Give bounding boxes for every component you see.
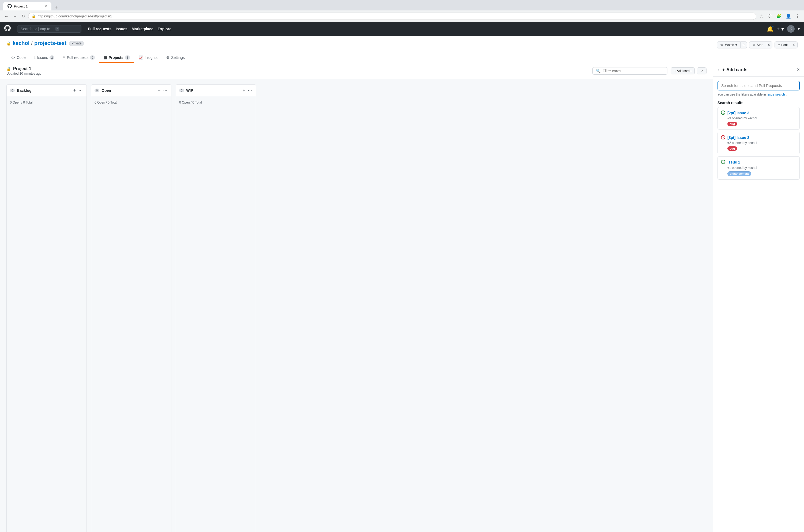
address-bar[interactable]: 🔒 https://github.com/kechol/projects-tes… [28,13,756,20]
kanban-column-backlog: 0 Backlog + ⋯ 0 Open / 0 Total [6,84,87,532]
nav-marketplace[interactable]: Marketplace [132,27,153,31]
lock-icon: 🔒 [32,14,36,18]
panel-search-input[interactable] [717,81,800,91]
column-header-open: 0 Open + ⋯ [91,84,171,96]
issue-2-bug-label: bug [727,146,737,151]
column-count-open: 0 [94,89,99,92]
star-action-group: ☆ Star 0 [749,41,773,49]
notifications-bell[interactable]: 🔔 [767,26,773,32]
address-text: https://github.com/kechol/projects-test/… [37,14,112,18]
create-button[interactable]: + ▾ [777,26,784,32]
tab-issues[interactable]: ℹ Issues 2 [30,53,59,63]
column-title-wip: WIP [186,88,193,93]
menu-icon[interactable]: ⋮ [794,13,801,20]
settings-icon: ⚙ [166,55,169,60]
issue-1-enhancement-label: enhancement [727,171,751,176]
kanban-board: 0 Backlog + ⋯ 0 Open / 0 Total 0 Open [0,79,713,532]
project-title: 🔒 Project 1 [6,66,41,71]
notification-dot [772,25,774,27]
forward-button[interactable]: → [12,13,18,20]
panel-plus-icon: + [722,68,725,72]
project-lock-icon: 🔒 [6,66,11,71]
shield-icon[interactable]: 🛡 [767,13,773,20]
kanban-column-open: 0 Open + ⋯ 0 Open / 0 Total [91,84,171,532]
reload-button[interactable]: ↻ [20,13,26,20]
nav-pull-requests[interactable]: Pull requests [88,27,111,31]
column-header-wip: 0 WIP + ⋯ [176,84,256,96]
column-body-open: 0 Open / 0 Total [91,96,171,532]
star-button[interactable]: ☆ Star [749,41,766,49]
gh-logo[interactable] [4,25,11,33]
fork-icon: ⑂ [778,43,780,47]
issue-1-open-icon: ℹ [721,160,725,164]
issue-card-3[interactable]: ℹ [2pt] Issue 3 #3 opened by kechol bug [717,107,800,130]
column-menu-btn-backlog[interactable]: ⋯ [78,87,83,93]
gh-nav-links: Pull requests Issues Marketplace Explore [88,27,171,31]
project-updated: Updated 10 minutes ago [6,72,41,75]
tab-code[interactable]: <> Code [6,53,30,63]
project-title-area: 🔒 Project 1 Updated 10 minutes ago [6,66,41,75]
panel-header: ‹ + Add cards × [713,63,804,77]
column-body-wip: 0 Open / 0 Total [176,96,256,532]
tab-insights[interactable]: 📈 Insights [134,53,162,63]
panel-back-button[interactable]: ‹ [717,66,720,73]
filter-cards-input[interactable] [603,69,664,73]
column-stats-backlog: 0 Open / 0 Total [9,98,84,107]
project-toolbar: 🔒 Project 1 Updated 10 minutes ago 🔍 + A… [0,63,713,79]
pr-icon: ⑂ [63,55,65,60]
column-add-btn-open[interactable]: + [158,87,161,93]
tab-projects[interactable]: ▦ Projects 1 [99,53,134,63]
issue-2-closed-icon: ✕ [721,135,725,139]
repo-lock-icon: 🔒 [6,41,11,45]
filter-input-wrapper[interactable]: 🔍 [592,67,668,75]
column-add-btn-wip[interactable]: + [242,87,245,93]
watch-button[interactable]: 👁 Watch ▾ [717,41,741,49]
issue-card-2[interactable]: ✕ [8pt] Issue 2 #2 opened by kechol bug [717,132,800,154]
issue-3-labels: bug [727,122,796,126]
nav-explore[interactable]: Explore [158,27,171,31]
column-actions-open: + ⋯ [158,87,168,93]
gh-search-box[interactable]: Search or jump to... / [17,25,81,33]
tab-settings[interactable]: ⚙ Settings [162,53,189,63]
eye-icon: 👁 [720,43,724,47]
kanban-column-wip: 0 WIP + ⋯ 0 Open / 0 Total [176,84,256,532]
issue-3-title: [2pt] Issue 3 [727,111,749,115]
column-add-btn-backlog[interactable]: + [73,87,76,93]
fork-button[interactable]: ⑂ Fork [774,41,791,49]
extensions-icon[interactable]: 🧩 [775,13,783,20]
tab-pull-requests[interactable]: ⑂ Pull requests 0 [59,53,99,63]
column-menu-btn-open[interactable]: ⋯ [163,87,168,93]
nav-issues[interactable]: Issues [116,27,127,31]
active-tab[interactable]: Project 1 × [3,2,51,11]
issue-2-meta: #2 opened by kechol [727,141,796,145]
watch-count: 0 [741,41,747,49]
back-button[interactable]: ← [3,13,10,20]
issue-card-2-header: ✕ [8pt] Issue 2 [721,135,796,140]
watch-action-group: 👁 Watch ▾ 0 [717,41,747,49]
watch-caret: ▾ [735,43,737,47]
add-cards-button[interactable]: + Add cards [671,68,695,74]
fullscreen-button[interactable]: ⤢ [697,68,707,74]
issue-1-title: Issue 1 [727,160,740,165]
repo-owner-link[interactable]: kechol [13,40,30,46]
issue-1-meta: #1 opened by kechol [727,166,796,170]
search-placeholder: Search or jump to... [21,27,53,31]
fork-count: 0 [791,41,798,49]
project-area: 🔒 Project 1 Updated 10 minutes ago 🔍 + A… [0,63,713,532]
issue-card-1[interactable]: ℹ Issue 1 #1 opened by kechol enhancemen… [717,156,800,179]
column-body-backlog: 0 Open / 0 Total [7,96,87,532]
project-toolbar-actions: + Add cards ⤢ [671,68,707,74]
panel-close-button[interactable]: × [797,67,800,73]
user-avatar[interactable]: K [787,25,794,33]
bookmark-icon[interactable]: ☆ [759,13,764,20]
issue-search-link[interactable]: issue search [767,93,785,96]
tab-close-btn[interactable]: × [45,4,47,8]
column-count-wip: 0 [179,89,184,92]
projects-icon: ▦ [103,55,107,60]
avatar-caret[interactable]: ▾ [798,27,800,31]
column-menu-btn-wip[interactable]: ⋯ [247,87,253,93]
profile-icon[interactable]: 👤 [785,13,792,20]
new-tab-button[interactable]: + [53,4,60,11]
repo-name-link[interactable]: projects-test [34,40,67,46]
tab-title: Project 1 [14,4,28,8]
